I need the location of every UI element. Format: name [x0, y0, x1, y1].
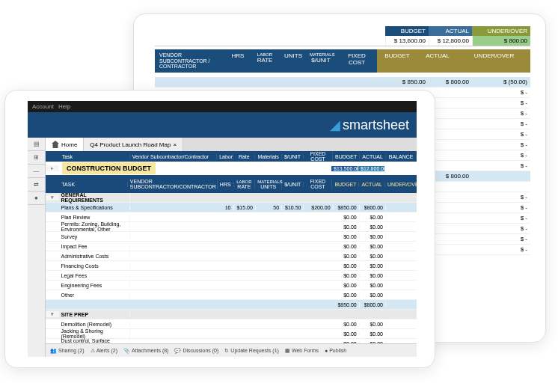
logo-row: ◢smartsheet	[28, 112, 417, 138]
web-forms-button[interactable]: ▦ Web Forms	[285, 348, 319, 354]
discussions-button[interactable]: 💬 Discussions (0)	[174, 348, 218, 354]
table-row[interactable]: Financing Costs$0.00$0.00	[46, 261, 417, 271]
col-over: UNDER/OVER	[472, 26, 530, 36]
title-row: ▸ CONSTRUCTION BUDGET $13,500.00 $12,800…	[46, 162, 417, 175]
front-tablet: Account Help ◢smartsheet ▤⊞—⇄● Home Q4 P…	[4, 90, 435, 368]
logo-icon: ◢	[330, 117, 340, 133]
smartsheet-logo: ◢smartsheet	[330, 117, 409, 133]
val-budget: $ 13,600.00	[385, 36, 429, 46]
tab-home[interactable]: Home	[46, 138, 84, 151]
val-actual: $ 12,800.00	[429, 36, 472, 46]
close-icon[interactable]: ×	[173, 141, 177, 148]
table-row[interactable]: $ 850.00$ 800.00$ (50.00)	[155, 77, 530, 88]
table-row[interactable]: ▾GENERAL REQUIREMENTS	[46, 193, 417, 203]
update-requests-button[interactable]: ↻ Update Requests (1)	[224, 348, 279, 354]
table-row[interactable]: Legal Fees$0.00$0.00	[46, 271, 417, 281]
table-row[interactable]: Administrative Costs$0.00$0.00	[46, 251, 417, 261]
sidebar-button[interactable]: ⇄	[28, 178, 45, 192]
table-row[interactable]: Survey$0.00$0.00	[46, 232, 417, 242]
table-row[interactable]: Impact Fee$0.00$0.00	[46, 242, 417, 251]
help-link[interactable]: Help	[58, 103, 70, 110]
footer-bar: 👥 Sharing (2) ⚠ Alerts (2) 📎 Attachments…	[46, 343, 417, 357]
back-summary-row: $ 13,600.00 $ 12,800.00 $ 800.00	[155, 36, 530, 46]
table-row[interactable]: Permits: Zoning, Building, Environmental…	[46, 222, 417, 232]
account-link[interactable]: Account	[32, 103, 54, 110]
sidebar: ▤⊞—⇄●	[28, 138, 46, 357]
sidebar-button[interactable]: ●	[28, 192, 45, 205]
col-actual: ACTUAL	[429, 26, 472, 36]
sidebar-button[interactable]: —	[28, 165, 45, 178]
data-grid: ▾GENERAL REQUIREMENTSPlans & Specificati…	[46, 193, 417, 343]
app-topbar: Account Help	[28, 101, 417, 112]
grid-header-1: Task Vendor Subcontractor/Contractor Lab…	[46, 151, 417, 162]
tab-bar: Home Q4 Product Launch Road Map×	[46, 138, 417, 151]
table-row[interactable]: ▾SITE PREP	[46, 310, 417, 319]
attachments-button[interactable]: 📎 Attachments (8)	[123, 348, 168, 354]
grid-header-2: TASK VENDOR SUBCONTRACTOR/CONTRACTOR HRS…	[46, 175, 417, 193]
val-over: $ 800.00	[472, 36, 530, 46]
alerts-button[interactable]: ⚠ Alerts (2)	[91, 348, 117, 354]
home-icon	[52, 141, 59, 148]
sharing-button[interactable]: 👥 Sharing (2)	[50, 348, 85, 354]
table-row[interactable]: Plans & Specifications10$15.0050$10.50$2…	[46, 203, 417, 212]
table-row[interactable]: $850.00$800.00	[46, 300, 417, 310]
table-row[interactable]: Engineering Fees$0.00$0.00	[46, 281, 417, 290]
sidebar-button[interactable]: ⊞	[28, 151, 45, 165]
col-budget: BUDGET	[385, 26, 429, 36]
table-row[interactable]: Other$0.00$0.00	[46, 290, 417, 300]
logo-text: smartsheet	[343, 117, 409, 133]
back-column-header: VENDOR SUBCONTRACTOR / CONTRACTOR HRS LA…	[155, 49, 530, 73]
sidebar-button[interactable]: ▤	[28, 138, 45, 151]
back-summary-header: BUDGET ACTUAL UNDER/OVER	[155, 26, 530, 36]
tab-roadmap[interactable]: Q4 Product Launch Road Map×	[84, 138, 183, 151]
publish-button[interactable]: ● Publish	[325, 348, 346, 353]
sheet-title: CONSTRUCTION BUDGET	[62, 162, 156, 174]
